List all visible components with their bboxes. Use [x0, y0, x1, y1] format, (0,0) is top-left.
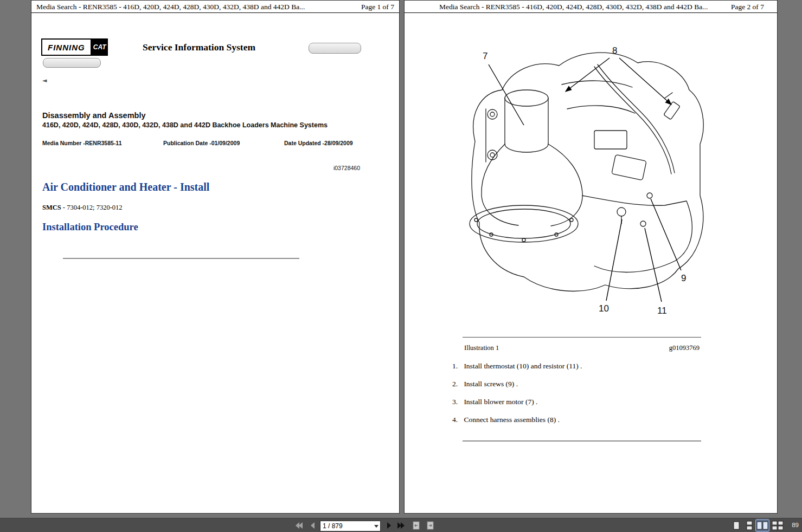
step-number: 4. [452, 416, 462, 424]
pdf-viewer-window: Media Search - RENR3585 - 416D, 420D, 42… [0, 0, 802, 532]
page-2-content: 7 8 9 10 11 Illustration 1 g01093769 1. … [405, 12, 777, 513]
document-meta-row: Media Number -RENR3585-11 Publication Da… [31, 140, 399, 147]
layout-continuous-button[interactable] [743, 520, 756, 531]
previous-page-icon [310, 522, 315, 529]
back-icon[interactable]: ◄ [42, 77, 47, 84]
page-1-header-title: Media Search - RENR3585 - 416D, 420D, 42… [36, 3, 305, 11]
previous-view-button[interactable] [410, 520, 422, 531]
illustration-caption-row: Illustration 1 g01093769 [464, 344, 700, 352]
next-view-icon [426, 521, 434, 530]
document-code: i03728460 [333, 165, 360, 171]
procedure-steps: 1. Install thermostat (10) and resistor … [452, 362, 707, 433]
layout-facing-pages-button[interactable] [756, 520, 769, 531]
facing-pages-icon [756, 521, 768, 530]
callout-9-label: 9 [681, 273, 686, 283]
procedure-title: Installation Procedure [42, 222, 138, 233]
section-title: Disassembly and Assembly [42, 111, 145, 120]
page-1-content: FINNING CAT Service Information System ◄… [31, 12, 399, 513]
layout-single-page-button[interactable] [730, 520, 743, 531]
section-subtitle: 416D, 420D, 424D, 428D, 430D, 432D, 438D… [42, 121, 342, 129]
publication-date: Publication Date -01/09/2009 [163, 140, 240, 146]
next-page-button[interactable] [383, 520, 395, 531]
step-number: 3. [452, 398, 462, 406]
procedure-step: 3. Install blower motor (7) . [452, 398, 707, 406]
page-1-header-pagenum: Page 1 of 7 [361, 3, 394, 11]
page-2-header-pagenum: Page 2 of 7 [731, 3, 764, 11]
single-page-icon [733, 521, 740, 530]
continuous-pages-icon [746, 521, 753, 530]
callout-8-label: 8 [612, 46, 617, 56]
next-page-icon [387, 522, 392, 529]
zoom-label: 89 [792, 522, 799, 528]
previous-view-icon [412, 521, 420, 530]
illustration-code: g01093769 [669, 344, 700, 352]
first-page-button[interactable] [293, 520, 305, 531]
toolbar-field-right[interactable] [309, 43, 361, 54]
facing-continuous-icon [772, 521, 784, 530]
divider [463, 337, 701, 338]
step-text: Install screws (9) . [464, 380, 518, 388]
previous-page-button[interactable] [306, 520, 318, 531]
toolbar-field-left[interactable] [43, 58, 101, 68]
callout-11-label: 11 [657, 306, 667, 316]
viewer-toolbar: 89 [0, 518, 802, 532]
step-number: 1. [452, 362, 462, 371]
smcs-label: SMCS [42, 204, 61, 211]
step-text: Install thermostat (10) and resistor (11… [464, 362, 582, 370]
page-2-header: Media Search - RENR3585 - 416D, 420D, 42… [405, 1, 777, 13]
page-number-input[interactable] [320, 522, 373, 530]
first-page-icon [294, 522, 303, 529]
procedure-step: 4. Connect harness assemblies (8) . [452, 416, 707, 424]
page-2-header-title: Media Search - RENR3585 - 416D, 420D, 42… [439, 3, 708, 11]
media-number: Media Number -RENR3585-11 [42, 140, 121, 146]
page-number-dropdown-icon[interactable] [373, 522, 380, 530]
document-page-1: Media Search - RENR3585 - 416D, 420D, 42… [31, 0, 400, 514]
last-page-icon [397, 522, 406, 529]
step-number: 2. [452, 380, 462, 388]
page-number-combobox [320, 521, 381, 531]
next-view-button[interactable] [424, 520, 436, 531]
illustration-caption: Illustration 1 [464, 344, 499, 352]
blower-motor-illustration: 7 8 9 10 11 [459, 33, 719, 336]
date-updated: Date Updated -28/09/2009 [284, 140, 353, 146]
document-page-2: Media Search - RENR3585 - 416D, 420D, 42… [404, 0, 778, 514]
layout-facing-continuous-button[interactable] [771, 520, 784, 531]
last-page-button[interactable] [395, 520, 407, 531]
page-1-header: Media Search - RENR3585 - 416D, 420D, 42… [31, 1, 399, 13]
divider [63, 258, 299, 259]
callout-7-label: 7 [483, 51, 487, 61]
step-text: Install blower motor (7) . [464, 398, 537, 406]
smcs-line: SMCS - 7304-012; 7320-012 [42, 204, 123, 212]
callout-10-label: 10 [599, 303, 609, 314]
procedure-step: 2. Install screws (9) . [452, 380, 707, 388]
article-title: Air Conditioner and Heater - Install [42, 181, 209, 193]
smcs-value: - 7304-012; 7320-012 [61, 204, 123, 211]
procedure-step: 1. Install thermostat (10) and resistor … [452, 362, 707, 371]
step-text: Connect harness assemblies (8) . [464, 416, 560, 424]
divider [463, 440, 701, 442]
